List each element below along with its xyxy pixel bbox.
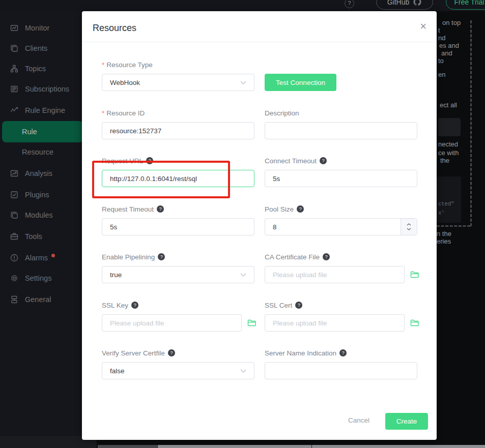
- field-label-row: * Resource ID: [102, 108, 254, 118]
- field-verify-server-certfile: Verify Server Certfile ? false: [102, 348, 254, 379]
- sidebar-item-label: Alarms: [25, 254, 48, 262]
- horizontal-scrollbar[interactable]: [98, 445, 485, 448]
- background-text-fragment: eries: [437, 237, 451, 245]
- field-label-row: CA Certificate File ?: [265, 252, 417, 262]
- chevron-down-icon: [240, 369, 246, 373]
- emqx-dashboard: ? GitHub Free Trial MQ Monitor Clients T…: [0, 0, 485, 448]
- close-icon[interactable]: ×: [420, 21, 426, 32]
- required-mark: *: [102, 61, 104, 69]
- server-name-indication-input[interactable]: [265, 362, 417, 379]
- sidebar-item-label: General: [25, 295, 51, 304]
- free-trial-button[interactable]: Free Trial: [446, 0, 485, 10]
- background-text-fragment: nected: [438, 140, 458, 148]
- enable-pipelining-select[interactable]: true: [102, 266, 254, 283]
- description-label: Description: [265, 109, 299, 117]
- background-text-fragment: the: [440, 157, 449, 164]
- request-timeout-input[interactable]: [102, 218, 254, 235]
- folder-upload-icon[interactable]: [247, 318, 257, 328]
- question-help-icon[interactable]: ?: [131, 302, 138, 309]
- question-help-icon[interactable]: ?: [320, 157, 327, 164]
- topics-icon: [10, 65, 18, 73]
- modal-title: Resources: [93, 23, 136, 34]
- field-label-row: Verify Server Certfile ?: [102, 348, 254, 358]
- number-stepper[interactable]: [401, 219, 417, 235]
- enable-pipelining-label: Enable Pipelining: [102, 253, 155, 261]
- field-label-row: Connect Timeout ?: [265, 156, 417, 166]
- sidebar-item-label: Clients: [25, 44, 47, 52]
- alarm-badge-dot: [51, 254, 55, 257]
- field-label-row: SSL Cert ?: [265, 300, 417, 310]
- settings-icon: [10, 274, 18, 282]
- resource-id-input[interactable]: [102, 122, 254, 139]
- question-help-icon[interactable]: ?: [157, 205, 164, 213]
- modules-icon: [10, 211, 18, 219]
- github-button[interactable]: GitHub: [376, 0, 433, 10]
- verify-server-certfile-label: Verify Server Certfile: [102, 349, 165, 357]
- ca-certificate-input[interactable]: [265, 266, 405, 283]
- resource-id-label: Resource ID: [106, 109, 145, 117]
- stepper-up-icon[interactable]: [407, 223, 411, 226]
- folder-upload-icon[interactable]: [410, 270, 420, 280]
- question-help-icon[interactable]: ?: [158, 253, 165, 260]
- field-label-row: Enable Pipelining ?: [102, 252, 254, 262]
- question-help-icon[interactable]: ?: [297, 205, 304, 213]
- field-label-row: Request URL ?: [102, 156, 254, 166]
- field-connect-timeout: Connect Timeout ?: [265, 156, 417, 187]
- description-input[interactable]: [265, 122, 417, 139]
- question-help-icon[interactable]: ?: [168, 349, 175, 356]
- tools-icon: [10, 232, 18, 241]
- sidebar-item-label: Modules: [25, 211, 53, 219]
- background-dashed-border: [437, 225, 470, 227]
- sidebar-item-label: Settings: [25, 274, 51, 282]
- sidebar-item-label: Plugins: [25, 191, 49, 199]
- ssl-cert-input[interactable]: [265, 314, 405, 332]
- background-text-fragment: es and: [439, 42, 459, 49]
- create-button[interactable]: Create: [385, 413, 428, 430]
- resource-type-label: Resource Type: [106, 61, 153, 69]
- scrollbar-thumb[interactable]: [98, 445, 157, 448]
- resources-modal: Resources × * Resource Type WebHook Test…: [82, 11, 437, 440]
- background-text-fragment: en: [438, 71, 445, 78]
- question-help-icon[interactable]: ?: [339, 349, 347, 356]
- ssl-key-input[interactable]: [102, 314, 242, 332]
- sidebar-item-label: Rule Engine: [25, 106, 65, 114]
- sidebar-item-rule[interactable]: Rule: [2, 121, 83, 142]
- background-text-fragment: t: [438, 26, 440, 34]
- ssl-key-label: SSL Key: [102, 302, 128, 309]
- background-text-fragment: ect all: [440, 101, 457, 109]
- sidebar-item-label: Subscriptions: [25, 85, 69, 93]
- general-icon: [10, 295, 18, 304]
- help-icon[interactable]: ?: [345, 0, 354, 8]
- folder-upload-icon[interactable]: [410, 318, 420, 328]
- field-ssl-cert: SSL Cert ?: [265, 300, 417, 332]
- free-trial-label: Free Trial: [454, 0, 484, 6]
- enable-pipelining-value: true: [110, 271, 122, 279]
- cancel-button[interactable]: Cancel: [339, 416, 378, 424]
- field-label-row: Request Timeout ?: [102, 204, 254, 214]
- field-label-row: * Resource Type: [102, 59, 254, 70]
- resource-type-select[interactable]: WebHook: [102, 74, 254, 91]
- field-label-row: Description: [265, 108, 417, 118]
- github-label: GitHub: [387, 0, 410, 6]
- rule-engine-icon: [10, 106, 18, 114]
- stepper-down-icon[interactable]: [407, 228, 411, 230]
- question-help-icon[interactable]: ?: [323, 253, 330, 260]
- field-label-row: SSL Key ?: [102, 300, 254, 310]
- chevron-down-icon: [240, 273, 246, 277]
- verify-server-certfile-select[interactable]: false: [102, 362, 254, 379]
- field-ca-certificate: CA Certificate File ?: [265, 252, 417, 283]
- background-dashed-border: [470, 20, 472, 226]
- test-connection-button[interactable]: Test Connection: [265, 74, 336, 91]
- github-icon: [413, 0, 422, 7]
- pool-size-input[interactable]: [265, 218, 417, 235]
- connect-timeout-input[interactable]: [265, 170, 417, 187]
- request-url-input[interactable]: [102, 170, 254, 187]
- plugins-icon: [10, 191, 18, 199]
- sidebar-item-label: Tools: [25, 232, 42, 241]
- question-help-icon[interactable]: ?: [146, 157, 153, 164]
- question-help-icon[interactable]: ?: [295, 302, 302, 309]
- ssl-cert-label: SSL Cert: [265, 302, 292, 309]
- field-request-timeout: Request Timeout ?: [102, 204, 254, 235]
- verify-server-certfile-value: false: [110, 367, 125, 375]
- sidebar-item-label: Resource: [22, 148, 53, 156]
